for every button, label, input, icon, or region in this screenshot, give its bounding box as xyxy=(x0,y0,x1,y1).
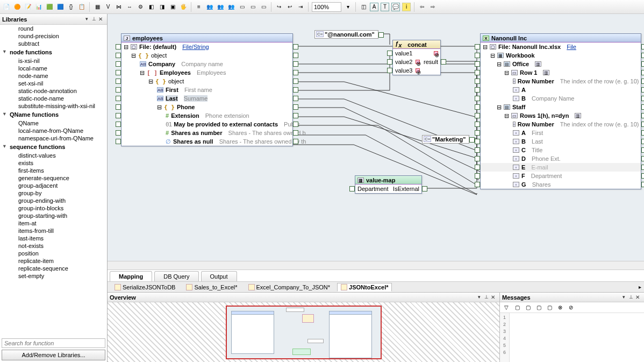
input-port[interactable] xyxy=(116,61,121,67)
tool-icon[interactable]: A xyxy=(370,3,378,11)
input-port[interactable] xyxy=(475,173,480,179)
lib-function[interactable]: subtract xyxy=(0,40,107,47)
component-title[interactable]: XNanonull Inc xyxy=(481,34,641,42)
input-port[interactable] xyxy=(387,59,392,65)
output-port[interactable] xyxy=(641,113,644,118)
component-title[interactable]: J employees xyxy=(121,34,292,42)
pin-icon[interactable]: ⊥ xyxy=(629,294,635,301)
input-port[interactable] xyxy=(475,130,480,136)
lib-function[interactable]: group-by xyxy=(0,189,107,197)
lib-function[interactable]: position xyxy=(0,250,107,257)
function-param[interactable]: value3⊕ xyxy=(393,66,440,75)
lib-function[interactable]: static-node-annotation xyxy=(0,87,107,95)
input-port[interactable] xyxy=(116,79,121,84)
tool-icon[interactable]: ▭ xyxy=(248,3,257,11)
tool-icon[interactable]: ≡ xyxy=(195,3,203,11)
input-port[interactable] xyxy=(475,165,480,170)
tab-output[interactable]: Output xyxy=(201,271,237,281)
input-port[interactable] xyxy=(475,147,480,153)
msg-tool-icon[interactable]: ▢ xyxy=(534,303,543,312)
msg-tab-num[interactable]: 6 xyxy=(503,349,506,356)
input-port[interactable] xyxy=(475,104,480,110)
valuemap-row[interactable]: DepartmentIsExternal xyxy=(355,184,421,193)
close-icon[interactable]: ✕ xyxy=(635,294,642,301)
output-port[interactable] xyxy=(641,139,644,144)
source-component[interactable]: J employees ⊟▢File: (default) File/Strin… xyxy=(121,33,293,146)
tree-node[interactable]: ⊟▢File: (default) File/String xyxy=(121,42,292,51)
output-port[interactable] xyxy=(293,79,298,84)
messages-vertical-tabs[interactable]: 1 2 3 4 5 6 xyxy=(500,313,510,362)
msg-tab-num[interactable]: 3 xyxy=(503,328,506,335)
tree-node[interactable]: ▫E E-mail xyxy=(481,163,641,172)
info-icon[interactable]: i xyxy=(402,3,411,11)
tool-icon[interactable]: ▭ xyxy=(238,3,246,11)
tool-icon[interactable]: ▣ xyxy=(168,3,177,11)
lib-function[interactable]: QName xyxy=(0,119,107,127)
pin-icon[interactable]: ⊥ xyxy=(484,294,491,301)
tree-node[interactable]: ▫Row Number The index of the row (e. g. … xyxy=(481,77,641,86)
lib-function[interactable]: not-exists xyxy=(0,242,107,250)
lib-function[interactable]: generate-sequence xyxy=(0,174,107,182)
file-tab[interactable]: Sales_to_Excel* xyxy=(182,283,241,292)
horizontal-scrollbar[interactable] xyxy=(108,261,644,269)
input-port[interactable] xyxy=(475,139,480,144)
tool-icon[interactable]: ◫ xyxy=(359,3,368,11)
msg-tab-num[interactable]: 5 xyxy=(503,342,506,349)
input-port[interactable] xyxy=(475,182,480,187)
input-port[interactable] xyxy=(116,70,121,75)
output-port[interactable] xyxy=(641,156,644,161)
tool-icon[interactable]: ⚙ xyxy=(136,3,145,11)
tree-node[interactable]: ABFirst First name xyxy=(121,86,292,94)
lib-function[interactable]: round xyxy=(0,25,107,32)
input-port[interactable] xyxy=(116,104,121,110)
output-port[interactable] xyxy=(641,122,644,127)
tree-node[interactable]: ▫B Last xyxy=(481,137,641,146)
tool-icon[interactable]: 🟩 xyxy=(45,3,54,11)
file-tab[interactable]: JSONtoExcel* xyxy=(337,283,392,292)
lib-function[interactable]: last-items xyxy=(0,235,107,242)
tree-node[interactable]: ▫D Phone Ext. xyxy=(481,154,641,163)
output-port[interactable] xyxy=(293,96,298,101)
input-port[interactable] xyxy=(387,51,392,56)
tool-icon[interactable]: 📄 xyxy=(2,3,11,11)
input-port[interactable] xyxy=(116,139,121,144)
output-port[interactable] xyxy=(293,87,298,93)
tree-node[interactable]: ∅Shares as null Shares - The shares owne… xyxy=(121,137,292,146)
tree-node[interactable]: ABCompany Company name xyxy=(121,60,292,68)
input-port[interactable] xyxy=(116,130,121,136)
lib-function[interactable]: group-ending-with xyxy=(0,197,107,204)
lib-function[interactable]: replicate-sequence xyxy=(0,265,107,272)
tree-node[interactable]: ⊟▤Staff xyxy=(481,103,641,111)
file-tab[interactable]: SerializeJSONToDB xyxy=(111,283,179,292)
tree-node[interactable]: ▫B Company Name xyxy=(481,94,641,103)
tool-icon[interactable]: ↪ xyxy=(275,3,283,11)
tool-icon[interactable]: 👥 xyxy=(216,3,225,11)
tool-icon[interactable]: 📊 xyxy=(34,3,43,11)
target-component[interactable]: XNanonull Inc ⊟▢File: Nanonull Inc.xlsx … xyxy=(480,33,641,189)
output-port[interactable] xyxy=(293,61,298,67)
valuemap-component[interactable]: ▥value-map DepartmentIsExternal xyxy=(355,175,422,194)
tree-node[interactable]: ▫C Title xyxy=(481,146,641,154)
output-port[interactable] xyxy=(293,122,298,127)
lib-function[interactable]: group-into-blocks xyxy=(0,204,107,212)
scroll-right-icon[interactable]: ▸ xyxy=(635,283,644,292)
tree-node[interactable]: 01May be provided to external contacts P… xyxy=(121,120,292,129)
input-port[interactable] xyxy=(475,44,480,49)
input-port[interactable] xyxy=(475,113,480,118)
input-port[interactable] xyxy=(475,79,480,84)
lib-function[interactable]: items-from-till xyxy=(0,227,107,235)
library-search-input[interactable] xyxy=(2,338,105,348)
add-remove-libraries-button[interactable]: Add/Remove Libraries... xyxy=(2,350,105,360)
lib-function[interactable]: local-name-from-QName xyxy=(0,127,107,134)
lib-function[interactable]: set-empty xyxy=(0,272,107,280)
tree-node[interactable]: ⊟{ }object xyxy=(121,51,292,60)
output-port[interactable] xyxy=(641,53,644,58)
output-port[interactable] xyxy=(293,53,298,58)
lib-function[interactable]: exists xyxy=(0,159,107,167)
msg-tool-icon[interactable]: ▢ xyxy=(524,303,532,312)
tree-node[interactable]: ▫A xyxy=(481,86,641,94)
tool-icon[interactable]: 🖐 xyxy=(179,3,188,11)
input-port[interactable] xyxy=(475,53,480,58)
output-port[interactable] xyxy=(641,61,644,67)
tool-icon[interactable]: T xyxy=(381,3,389,11)
